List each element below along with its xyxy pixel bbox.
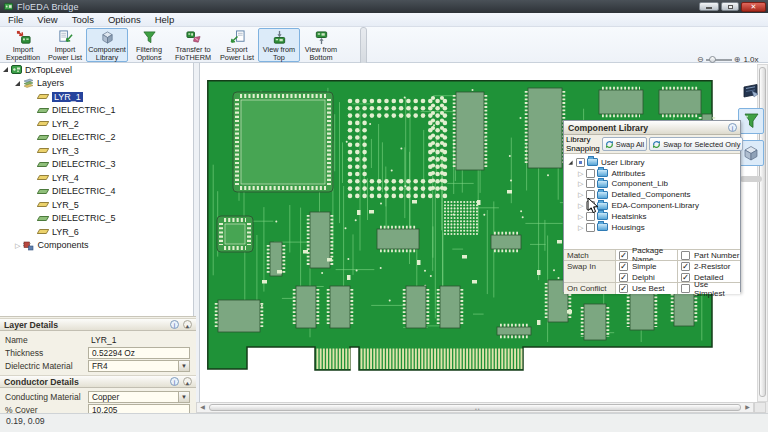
dielectric-material-select[interactable]: FR4▼ xyxy=(88,360,190,372)
tree-item-layer[interactable]: LYR_4 xyxy=(0,171,193,185)
zoom-slider-thumb[interactable] xyxy=(709,56,716,63)
import-expedition-button[interactable]: Import Expedition xyxy=(2,28,44,62)
expander-closed-icon[interactable] xyxy=(578,212,586,221)
checkbox[interactable] xyxy=(681,284,690,293)
option-cell[interactable]: Package Name xyxy=(616,250,678,260)
component-library-button[interactable]: Component Library xyxy=(86,28,128,62)
tree-item-layer[interactable]: LYR_1 xyxy=(0,90,193,104)
tree-item-layer[interactable]: DIELECTRIC_1 xyxy=(0,104,193,118)
tree-item-layer[interactable]: LYR_6 xyxy=(0,225,193,239)
option-cell[interactable]: Delphi xyxy=(616,272,678,282)
library-tree-item[interactable]: Housings xyxy=(564,222,740,233)
checkbox[interactable] xyxy=(576,158,585,167)
cursor-coordinates: 0.19, 0.09 xyxy=(6,416,45,426)
tree-item-layer[interactable]: DIELECTRIC_5 xyxy=(0,212,193,226)
info-icon[interactable]: i xyxy=(170,377,179,386)
button-label: Swap All xyxy=(616,140,644,149)
checkbox[interactable] xyxy=(586,190,595,199)
component-library-icon xyxy=(100,30,115,45)
checkbox[interactable] xyxy=(586,201,595,210)
thickness-input[interactable]: 0.52294 Oz xyxy=(88,347,190,359)
maximize-button[interactable] xyxy=(721,2,739,11)
checkbox[interactable] xyxy=(681,251,690,260)
expander-closed-icon[interactable] xyxy=(578,223,586,232)
menu-view[interactable]: View xyxy=(37,14,57,25)
expander-closed-icon[interactable] xyxy=(578,179,586,188)
library-tree-item[interactable]: Component_Lib xyxy=(564,179,740,190)
scroll-left-icon[interactable]: ◀ xyxy=(197,403,208,412)
checkbox[interactable] xyxy=(681,273,690,282)
tree-item-components[interactable]: Components xyxy=(0,239,193,253)
transfer-to-flotherm-button[interactable]: Transfer to FloTHERM XT xyxy=(170,28,216,62)
collapse-icon[interactable]: ▴ xyxy=(183,320,192,329)
checkbox[interactable] xyxy=(619,262,628,271)
tree-item-layers[interactable]: Layers xyxy=(0,77,193,91)
checkbox[interactable] xyxy=(619,284,628,293)
filtering-options-button[interactable]: Filtering Options xyxy=(128,28,170,62)
tree-item-label: Components xyxy=(37,240,88,250)
tree-item-layer[interactable]: DIELECTRIC_3 xyxy=(0,158,193,172)
zoom-slider[interactable] xyxy=(706,59,732,61)
expander-closed-icon[interactable] xyxy=(578,201,586,210)
export-power-list-button[interactable]: Export Power List xyxy=(216,28,258,62)
filtering-options-icon xyxy=(142,30,157,45)
swap-for-selected-button[interactable]: Swap for Selected Only xyxy=(649,137,743,151)
expander-closed-icon[interactable] xyxy=(578,169,586,178)
tree-item-layer[interactable]: LYR_5 xyxy=(0,198,193,212)
horizontal-scrollbar[interactable]: ◀ •• ▶ xyxy=(196,402,754,413)
chevron-down-icon[interactable]: ▼ xyxy=(178,361,189,371)
scrollbar-thumb[interactable]: •• xyxy=(209,404,741,411)
checkbox[interactable] xyxy=(619,273,628,282)
menu-tools[interactable]: Tools xyxy=(72,14,94,25)
tree-item-layer[interactable]: LYR_3 xyxy=(0,144,193,158)
chevron-down-icon[interactable]: ▼ xyxy=(178,392,189,402)
checkbox[interactable] xyxy=(586,212,595,221)
expander-closed-icon[interactable] xyxy=(15,240,23,250)
scroll-right-icon[interactable]: ▶ xyxy=(742,403,753,412)
view-from-bottom-button[interactable]: View from Bottom xyxy=(300,28,342,62)
library-tree-item[interactable]: Attributes xyxy=(564,168,740,179)
checkbox[interactable] xyxy=(619,251,628,260)
library-tree-item[interactable]: User Library xyxy=(564,157,740,168)
menu-file[interactable]: File xyxy=(8,14,23,25)
checkbox[interactable] xyxy=(586,169,595,178)
import-power-list-button[interactable]: Import Power List xyxy=(44,28,86,62)
filter-tool-button[interactable] xyxy=(738,108,764,134)
swap-all-button[interactable]: Swap All xyxy=(602,137,647,151)
dialog-title-bar[interactable]: Component Library i xyxy=(564,121,740,135)
expander-open-icon[interactable] xyxy=(3,67,8,72)
close-button[interactable]: ✕ xyxy=(741,2,766,12)
expander-open-icon[interactable] xyxy=(568,160,572,164)
tree-item-label-selected: LYR_1 xyxy=(52,92,83,102)
board-view-tool-button[interactable] xyxy=(738,78,764,104)
option-cell[interactable]: Use Simplest xyxy=(678,283,740,294)
tree-item-layer[interactable]: DIELECTRIC_4 xyxy=(0,185,193,199)
layer-details-header[interactable]: Layer Details i ▴ xyxy=(0,318,196,331)
tree-item-layer[interactable]: LYR_2 xyxy=(0,117,193,131)
expander-closed-icon[interactable] xyxy=(578,190,586,199)
option-cell[interactable]: Part Number xyxy=(678,250,740,260)
menu-help[interactable]: Help xyxy=(155,14,175,25)
view-from-top-button[interactable]: View from Top xyxy=(258,28,300,62)
tree-item-layer[interactable]: DIELECTRIC_2 xyxy=(0,131,193,145)
conducting-material-select[interactable]: Copper▼ xyxy=(88,391,190,403)
menu-options[interactable]: Options xyxy=(108,14,141,25)
option-cell[interactable]: Simple xyxy=(616,261,678,272)
minimize-button[interactable] xyxy=(699,2,719,11)
checkbox[interactable] xyxy=(586,223,595,232)
expander-open-icon[interactable] xyxy=(15,81,20,86)
info-icon[interactable]: i xyxy=(170,320,179,329)
option-cell[interactable]: 2-Resistor xyxy=(678,261,740,272)
library-tree-item[interactable]: Heatsinks xyxy=(564,211,740,222)
checkbox[interactable] xyxy=(586,179,595,188)
library-tree-item[interactable]: Detailed_Components xyxy=(564,189,740,200)
dialog-scroll-strip[interactable] xyxy=(740,176,762,182)
info-icon[interactable]: i xyxy=(728,123,737,132)
checkbox[interactable] xyxy=(681,262,690,271)
tree-item-dxtoplevel[interactable]: DxTopLevel xyxy=(0,63,193,77)
library-tree-item[interactable]: EDA-Component-Library xyxy=(564,200,740,211)
library-tree-label: Heatsinks xyxy=(611,212,646,221)
option-cell[interactable]: Use Best xyxy=(616,283,678,294)
conductor-details-header[interactable]: Conductor Details i ▴ xyxy=(0,375,196,388)
collapse-icon[interactable]: ▴ xyxy=(183,377,192,386)
